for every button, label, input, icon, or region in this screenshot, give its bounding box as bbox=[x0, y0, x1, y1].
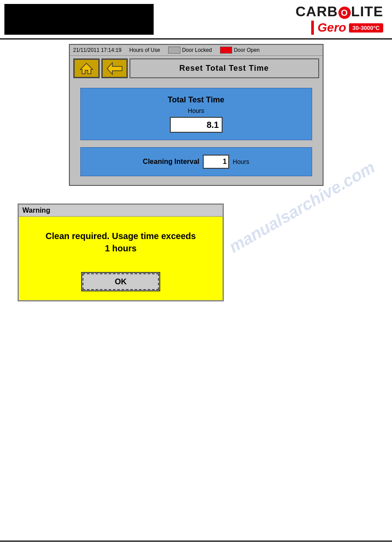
back-arrow-icon bbox=[106, 62, 123, 75]
total-test-time-subtitle: Hours bbox=[88, 107, 305, 114]
home-icon bbox=[79, 62, 94, 76]
warning-body: Clean required. Usage time exceeds 1 hou… bbox=[19, 217, 223, 300]
logo-area: CARBOLITE Gero 30-3000°C bbox=[295, 4, 388, 35]
header-black-box bbox=[4, 4, 154, 35]
door-open-text: Door Open bbox=[234, 47, 260, 53]
gero-row: Gero 30-3000°C bbox=[311, 21, 383, 35]
warning-title: Warning bbox=[19, 205, 223, 217]
warning-line1: Clean required. Usage time exceeds bbox=[46, 231, 196, 241]
cleaning-interval-label: Cleaning Interval bbox=[143, 158, 199, 166]
svg-marker-1 bbox=[107, 63, 122, 74]
svg-marker-0 bbox=[80, 63, 93, 74]
total-test-time-panel: Total Test Time Hours bbox=[80, 88, 312, 140]
gero-text: Gero bbox=[317, 21, 346, 35]
door-open-box bbox=[220, 47, 232, 54]
header: CARBOLITE Gero 30-3000°C bbox=[0, 0, 392, 40]
warning-message: Clean required. Usage time exceeds 1 hou… bbox=[28, 230, 214, 254]
home-button[interactable] bbox=[73, 58, 100, 78]
hours-of-use-label: Hours of Use bbox=[129, 47, 160, 53]
total-test-time-value[interactable] bbox=[170, 117, 223, 133]
datetime-label: 21/11/2011 17:14:19 bbox=[73, 47, 122, 53]
cleaning-interval-row: Cleaning Interval Hours bbox=[88, 155, 305, 169]
toolbar: Reset Total Test Time bbox=[70, 56, 323, 81]
cleaning-interval-panel: Cleaning Interval Hours bbox=[80, 147, 312, 176]
back-button[interactable] bbox=[101, 58, 128, 78]
main-content: 21/11/2011 17:14:19 Hours of Use Door Lo… bbox=[0, 40, 392, 323]
bottom-rule bbox=[0, 540, 392, 542]
logo-o: O bbox=[338, 7, 351, 19]
temp-badge: 30-3000°C bbox=[349, 23, 383, 33]
page-title: Reset Total Test Time bbox=[129, 58, 319, 78]
door-locked-text: Door Locked bbox=[182, 47, 212, 53]
carbolite-logo: CARBOLITE bbox=[295, 4, 383, 20]
warning-line2: 1 hours bbox=[105, 243, 137, 253]
cleaning-interval-unit: Hours bbox=[233, 158, 249, 165]
warning-dialog: Warning Clean required. Usage time excee… bbox=[18, 203, 224, 301]
status-bar: 21/11/2011 17:14:19 Hours of Use Door Lo… bbox=[70, 45, 323, 56]
total-test-time-title: Total Test Time bbox=[88, 95, 305, 105]
door-locked-box bbox=[168, 47, 180, 54]
gero-bar bbox=[311, 21, 314, 35]
ok-button[interactable]: OK bbox=[81, 272, 160, 291]
door-locked-indicator: Door Locked bbox=[168, 47, 212, 54]
cleaning-interval-value[interactable] bbox=[203, 155, 229, 169]
screen-panel: 21/11/2011 17:14:19 Hours of Use Door Lo… bbox=[69, 44, 324, 186]
door-open-indicator: Door Open bbox=[220, 47, 260, 54]
